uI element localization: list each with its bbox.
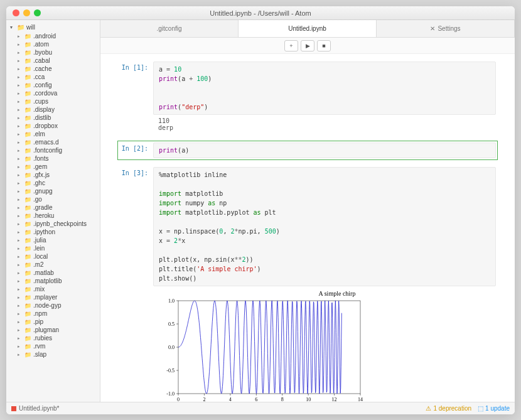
tree-item[interactable]: ▸📁.elm: [6, 130, 100, 138]
tree-item[interactable]: ▸📁.display: [6, 105, 100, 114]
folder-icon: 📁: [17, 24, 24, 31]
tree-item[interactable]: ▸📁.matlab: [6, 269, 100, 277]
folder-icon: 📁: [24, 311, 31, 317]
cell-input[interactable]: a = 10 print(a + 100) print("derp"): [153, 62, 496, 115]
chevron-right-icon: ▸: [18, 67, 23, 72]
tree-item[interactable]: ▸📁.heroku: [6, 212, 100, 220]
tree-item[interactable]: ▸📁.fonts: [6, 154, 100, 163]
tree-item[interactable]: ▸📁.emacs.d: [6, 138, 100, 146]
tree-item[interactable]: ▸📁.slap: [6, 350, 100, 358]
maximize-window-button[interactable]: [34, 9, 41, 16]
tree-item[interactable]: ▸📁.gfx.js: [6, 171, 100, 179]
tree-item[interactable]: ▸📁.npm: [6, 310, 100, 318]
folder-icon: 📁: [24, 221, 31, 227]
tree-item[interactable]: ▸📁.gradle: [6, 203, 100, 212]
tree-item[interactable]: ▸📁.ghc: [6, 179, 100, 187]
tree-item[interactable]: ▸📁.dropbox: [6, 122, 100, 130]
tree-item[interactable]: ▸📁.m2: [6, 261, 100, 269]
tree-item[interactable]: ▸📁.julia: [6, 236, 100, 244]
tree-item[interactable]: ▸📁.go: [6, 195, 100, 203]
chevron-right-icon: ▸: [18, 222, 23, 227]
tab[interactable]: Untitled.ipynb: [239, 20, 377, 37]
tree-item[interactable]: ▸📁.gnupg: [6, 187, 100, 195]
tree-item-label: .mplayer: [33, 294, 57, 301]
chevron-right-icon: ▸: [18, 205, 23, 210]
folder-icon: 📁: [24, 74, 31, 80]
tree-item-label: .display: [33, 106, 55, 113]
chevron-right-icon: ▸: [18, 254, 23, 259]
tree-item[interactable]: ▸📁.distlib: [6, 114, 100, 122]
tree-item[interactable]: ▸📁.cca: [6, 73, 100, 81]
tree-item-label: .ghc: [33, 180, 45, 186]
tree-item[interactable]: ▸📁.plugman: [6, 326, 100, 334]
tree-item[interactable]: ▸📁.rvm: [6, 342, 100, 350]
update-badge[interactable]: ⬚ 1 update: [478, 405, 510, 412]
folder-icon: 📁: [24, 172, 31, 178]
add-cell-button[interactable]: +: [284, 40, 298, 51]
folder-icon: 📁: [24, 254, 31, 260]
folder-icon: 📁: [24, 90, 31, 97]
chevron-right-icon: ▸: [18, 189, 23, 194]
notebook-cell[interactable]: In [2]:print(a): [119, 143, 496, 158]
tree-item[interactable]: ▸📁.cordova: [6, 89, 100, 97]
folder-icon: 📁: [24, 123, 31, 129]
file-tree-sidebar[interactable]: ▾ 📁 will ▸📁.android▸📁.atom▸📁.byobu▸📁.cab…: [6, 20, 100, 402]
notebook-cell[interactable]: In [3]:%matplotlib inline import matplot…: [119, 167, 496, 402]
folder-icon: 📁: [24, 352, 31, 358]
cell-input[interactable]: %matplotlib inline import matplotlib imp…: [153, 167, 496, 286]
tree-item-label: .gem: [33, 163, 47, 170]
tree-item[interactable]: ▸📁.cabal: [6, 57, 100, 65]
tree-item[interactable]: ▸📁.local: [6, 252, 100, 261]
folder-icon: 📁: [24, 33, 31, 40]
tree-root[interactable]: ▾ 📁 will: [6, 23, 100, 32]
folder-icon: 📁: [24, 245, 31, 252]
chevron-right-icon: ▸: [18, 295, 23, 300]
chevron-right-icon: ▸: [18, 148, 23, 153]
run-cell-button[interactable]: ▶: [301, 40, 314, 51]
tree-item[interactable]: ▸📁.lein: [6, 244, 100, 252]
cell-input[interactable]: print(a): [153, 143, 496, 158]
status-file[interactable]: Untitled.ipynb*: [11, 405, 59, 412]
tree-item[interactable]: ▸📁.mplayer: [6, 293, 100, 301]
folder-icon: 📁: [24, 148, 31, 154]
chirp-line: [178, 301, 341, 394]
tree-item-label: .rubies: [33, 335, 52, 342]
tree-item[interactable]: ▸📁.config: [6, 81, 100, 89]
chevron-right-icon: ▸: [18, 230, 23, 235]
chevron-right-icon: ▸: [18, 287, 23, 292]
window-title: Untitled.ipynb - /Users/will - Atom: [6, 9, 515, 17]
tree-item[interactable]: ▸📁.atom: [6, 40, 100, 48]
tree-item-label: .matplotlib: [33, 277, 62, 284]
tree-item[interactable]: ▸📁.mix: [6, 285, 100, 293]
tree-item[interactable]: ▸📁.fontconfig: [6, 146, 100, 154]
chevron-right-icon: ▸: [18, 140, 23, 145]
tree-item[interactable]: ▸📁.cache: [6, 65, 100, 73]
tree-item-label: .ipynb_checkpoints: [33, 220, 87, 227]
package-icon: ⬚: [478, 405, 483, 412]
tab[interactable]: .gitconfig: [100, 20, 239, 37]
chirp-plot: 02468101214-1.0-0.50.00.51.0: [153, 298, 367, 402]
chevron-right-icon: ▸: [18, 156, 23, 161]
tree-item[interactable]: ▸📁.gem: [6, 163, 100, 171]
minimize-window-button[interactable]: [23, 9, 30, 16]
tree-item[interactable]: ▸📁.node-gyp: [6, 301, 100, 310]
notebook-cell[interactable]: In [1]:a = 10 print(a + 100) print("derp…: [119, 62, 496, 134]
tree-item[interactable]: ▸📁.ipynb_checkpoints: [6, 220, 100, 228]
tree-item[interactable]: ▸📁.rubies: [6, 334, 100, 342]
close-window-button[interactable]: [13, 9, 19, 16]
deprecation-badge[interactable]: ⚠ 1 deprecation: [426, 405, 471, 412]
notebook-area[interactable]: In [1]:a = 10 print(a + 100) print("derp…: [100, 54, 515, 402]
warning-icon: ⚠: [426, 405, 431, 412]
deprecation-label: 1 deprecation: [433, 405, 471, 412]
tree-item[interactable]: ▸📁.cups: [6, 97, 100, 105]
tab-bar: .gitconfigUntitled.ipynb✕Settings: [100, 20, 515, 38]
tree-item[interactable]: ▸📁.matplotlib: [6, 277, 100, 285]
chevron-right-icon: ▸: [18, 116, 23, 121]
tree-item[interactable]: ▸📁.ipython: [6, 228, 100, 236]
tab[interactable]: ✕Settings: [377, 20, 515, 37]
stop-kernel-button[interactable]: ■: [317, 40, 331, 51]
tree-item[interactable]: ▸📁.byobu: [6, 48, 100, 57]
tree-item[interactable]: ▸📁.pip: [6, 318, 100, 326]
tree-item[interactable]: ▸📁.android: [6, 32, 100, 40]
folder-icon: 📁: [24, 82, 31, 89]
